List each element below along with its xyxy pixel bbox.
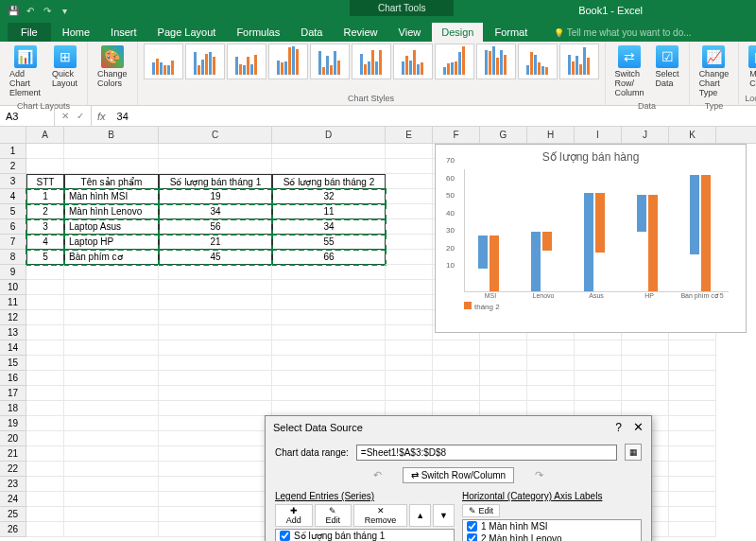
chart-title[interactable]: Số lượng bán hàng (436, 145, 746, 169)
cell[interactable] (480, 401, 527, 416)
enter-formula-icon[interactable]: ✓ (74, 111, 87, 121)
chart-style-preset[interactable] (435, 44, 474, 79)
cell[interactable]: 21 (159, 235, 272, 250)
select-data-button[interactable]: ☑Select Data (652, 44, 683, 99)
cell[interactable] (64, 446, 159, 462)
cell[interactable]: 4 (26, 235, 64, 250)
fx-icon[interactable]: fx (92, 111, 112, 122)
cell[interactable] (159, 371, 272, 386)
cell[interactable] (386, 371, 433, 386)
cell[interactable] (433, 340, 480, 356)
cell[interactable] (159, 446, 272, 462)
cell[interactable] (64, 340, 159, 356)
column-headers[interactable]: ABCDEFGHIJK (0, 127, 756, 144)
cell[interactable] (26, 356, 64, 371)
row-header[interactable]: 20 (0, 431, 26, 446)
name-box[interactable]: A3 (0, 106, 55, 126)
cell[interactable] (64, 507, 159, 522)
cell[interactable] (26, 310, 64, 325)
cell[interactable] (159, 144, 272, 159)
cell[interactable]: 55 (272, 235, 386, 250)
cell[interactable]: Màn hình Lenovo (64, 204, 159, 219)
cell[interactable]: 45 (159, 250, 272, 265)
cell[interactable] (622, 401, 669, 416)
cell[interactable] (386, 356, 433, 371)
cell[interactable] (386, 235, 433, 250)
cell[interactable] (272, 265, 386, 280)
cell[interactable] (26, 401, 64, 416)
cell[interactable]: 1 (26, 189, 64, 204)
cell[interactable] (26, 325, 64, 340)
tab-data[interactable]: Data (291, 23, 332, 42)
quick-layout-button[interactable]: ⊞Quick Layout (48, 44, 81, 99)
cell[interactable]: 11 (272, 204, 386, 219)
cell[interactable] (669, 522, 716, 537)
row-header[interactable]: 15 (0, 356, 26, 371)
cell[interactable] (272, 144, 386, 159)
row-header[interactable]: 25 (0, 507, 26, 522)
edit-axis-labels-button[interactable]: ✎ Edit (462, 504, 500, 517)
cell[interactable] (386, 159, 433, 174)
cell[interactable] (26, 340, 64, 356)
cell[interactable]: 34 (159, 204, 272, 219)
row-header[interactable]: 1 (0, 144, 26, 159)
tell-me-search[interactable]: Tell me what you want to do... (544, 24, 700, 42)
cell[interactable] (64, 280, 159, 295)
add-chart-element-button[interactable]: 📊Add Chart Element (6, 44, 44, 99)
cell[interactable]: 66 (272, 250, 386, 265)
column-header[interactable]: B (64, 127, 159, 143)
cell[interactable] (386, 325, 433, 340)
cell[interactable] (669, 477, 716, 492)
category-checkbox[interactable] (467, 533, 477, 541)
row-header[interactable]: 5 (0, 204, 26, 219)
edit-series-button[interactable]: ✎ Edit (315, 504, 352, 527)
cell[interactable] (26, 446, 64, 462)
cell[interactable]: Số lượng bán tháng 2 (272, 174, 386, 189)
row-header[interactable]: 22 (0, 462, 26, 477)
cell[interactable]: 32 (272, 189, 386, 204)
cell[interactable] (480, 371, 527, 386)
dialog-help-icon[interactable]: ? (615, 421, 622, 434)
undo-icon[interactable]: ↶ (23, 3, 38, 18)
cell[interactable] (669, 446, 716, 462)
cell[interactable]: 5 (26, 250, 64, 265)
cancel-formula-icon[interactable]: ✕ (59, 111, 72, 121)
formula-input[interactable]: 34 (112, 111, 756, 122)
cell[interactable] (64, 522, 159, 537)
column-header[interactable]: H (527, 127, 575, 143)
cell[interactable] (386, 386, 433, 401)
cell[interactable] (159, 295, 272, 310)
category-checkbox[interactable] (467, 521, 477, 532)
cell[interactable] (433, 401, 480, 416)
cell[interactable] (159, 462, 272, 477)
cell[interactable] (159, 265, 272, 280)
tab-page-layout[interactable]: Page Layout (148, 23, 226, 42)
cell[interactable] (272, 310, 386, 325)
chart-style-preset[interactable] (310, 44, 350, 79)
row-header[interactable]: 18 (0, 401, 26, 416)
dialog-close-icon[interactable]: ✕ (633, 420, 644, 434)
cell[interactable] (669, 507, 716, 522)
cell[interactable] (272, 401, 386, 416)
cell[interactable] (622, 356, 669, 371)
cell[interactable] (386, 265, 433, 280)
series-list[interactable]: Số lượng bán tháng 1Số lượng bán tháng 2 (275, 529, 455, 541)
cell[interactable]: Màn hình MSI (64, 189, 159, 204)
cell[interactable] (159, 431, 272, 446)
switch-row-column-dialog-button[interactable]: ⇄ Switch Row/Column (403, 467, 514, 483)
cell[interactable] (669, 340, 716, 356)
row-header[interactable]: 6 (0, 219, 26, 235)
row-header[interactable]: 4 (0, 189, 26, 204)
cell[interactable]: 56 (159, 219, 272, 235)
cell[interactable] (159, 401, 272, 416)
category-list-item[interactable]: 1 Màn hình MSI (463, 520, 641, 532)
cell[interactable] (669, 401, 716, 416)
cell[interactable] (64, 159, 159, 174)
add-series-button[interactable]: ✚ Add (275, 504, 313, 527)
row-header[interactable]: 26 (0, 522, 26, 537)
chart-style-preset[interactable] (518, 44, 558, 79)
cell[interactable] (159, 507, 272, 522)
column-header[interactable]: F (433, 127, 480, 143)
cell[interactable]: Laptop HP (64, 235, 159, 250)
column-header[interactable]: G (480, 127, 527, 143)
